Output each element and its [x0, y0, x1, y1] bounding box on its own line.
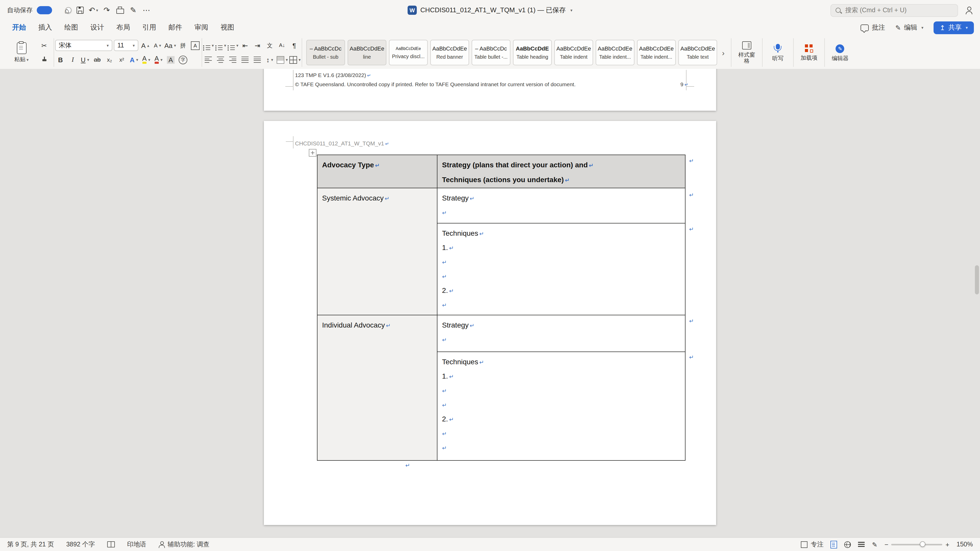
quick-draw-icon[interactable]: ✎: [127, 3, 140, 17]
web-layout-view-button[interactable]: [845, 541, 851, 548]
table-move-handle-icon[interactable]: [309, 149, 317, 157]
enclose-character-button[interactable]: 字: [178, 54, 188, 65]
page-previous[interactable]: 123 TMP E V1.6 (23/08/2022)↵ © TAFE Quee…: [264, 69, 716, 111]
font-name-combo[interactable]: 宋体▾: [55, 40, 112, 51]
accessibility-status[interactable]: 辅助功能: 调查: [159, 540, 210, 549]
tab-layout[interactable]: 布局: [110, 21, 136, 35]
decrease-indent-button[interactable]: ⇤: [240, 40, 251, 51]
page-header-text[interactable]: CHCDIS011_012_AT1_W_TQM_v1↵: [295, 140, 389, 146]
tab-home[interactable]: 开始: [6, 21, 32, 35]
vertical-scrollbar[interactable]: [974, 69, 979, 537]
page-current[interactable]: CHCDIS011_012_AT1_W_TQM_v1↵ Advocacy Typ…: [264, 121, 716, 525]
borders-button[interactable]: ▾: [290, 54, 301, 65]
undo-icon[interactable]: ↶▾: [87, 3, 100, 17]
word-count-status[interactable]: 3892 个字: [66, 540, 95, 549]
superscript-button[interactable]: x²: [116, 54, 127, 65]
style-card-table-heading[interactable]: AaBbCcDdETable heading: [513, 40, 552, 65]
cell-systemic-advocacy[interactable]: Systemic Advocacy↵: [318, 188, 438, 315]
table-header-advocacy-type[interactable]: Advocacy Type↵: [318, 155, 438, 188]
title-chevron-icon[interactable]: ▾: [570, 8, 573, 13]
multilevel-list-button[interactable]: ▾: [228, 40, 239, 51]
cell-individual-strategy[interactable]: Strategy↵ ↵: [438, 315, 685, 352]
footer-copyright-line[interactable]: © TAFE Queensland. Uncontrolled copy if …: [295, 81, 576, 87]
tab-insert[interactable]: 插入: [32, 21, 58, 35]
zoom-in-button[interactable]: +: [945, 540, 950, 548]
zoom-slider[interactable]: [891, 544, 942, 545]
paste-button[interactable]: 粘贴▾: [7, 41, 36, 64]
language-status[interactable]: 印地语: [127, 540, 146, 549]
home-icon[interactable]: ⌂: [60, 3, 73, 17]
search-input[interactable]: [844, 6, 953, 14]
addins-button[interactable]: 加载项: [795, 36, 823, 69]
justify-button[interactable]: [240, 54, 251, 65]
zoom-slider-knob[interactable]: [920, 541, 926, 547]
print-layout-view-button[interactable]: [831, 540, 837, 548]
style-card-table-indent-1[interactable]: AaBbCcDdEeTable indent: [554, 40, 593, 65]
style-card-table-bullet[interactable]: – AaBbCcDcTable bullet -...: [472, 40, 511, 65]
highlight-color-button[interactable]: A▾: [141, 54, 151, 65]
document-canvas[interactable]: 123 TMP E V1.6 (23/08/2022)↵ © TAFE Quee…: [0, 69, 980, 537]
font-color-button[interactable]: A▾: [153, 54, 164, 65]
align-center-button[interactable]: [215, 54, 226, 65]
footer-page-number[interactable]: 9↵: [680, 81, 688, 87]
sort-button[interactable]: A↓: [277, 40, 287, 51]
tab-references[interactable]: 引用: [136, 21, 162, 35]
shrink-font-button[interactable]: A▾: [152, 40, 163, 51]
style-card-privacy-disclaimer[interactable]: AaBbCcDdEePrivacy discl...: [389, 40, 428, 65]
style-card-bullet-sub[interactable]: – AaBbCcDcBullet - sub: [306, 40, 345, 65]
tab-mailings[interactable]: 邮件: [162, 21, 188, 35]
search-box[interactable]: [830, 4, 958, 17]
zoom-level[interactable]: 150%: [956, 541, 973, 548]
character-border-button[interactable]: A: [190, 40, 200, 51]
cut-button[interactable]: ✂: [39, 40, 49, 51]
tab-review[interactable]: 审阅: [188, 21, 215, 35]
account-icon[interactable]: [965, 6, 973, 14]
style-card-table-indent-3[interactable]: AaBbCcDdEeTable indent...: [637, 40, 676, 65]
bold-button[interactable]: B: [55, 54, 66, 65]
numbering-button[interactable]: ▾: [215, 40, 226, 51]
show-marks-button[interactable]: ¶: [289, 40, 300, 51]
font-size-combo[interactable]: 11▾: [114, 40, 138, 51]
autosave-toggle[interactable]: [37, 6, 52, 14]
undo-chevron-icon[interactable]: ▾: [96, 8, 98, 13]
zoom-out-button[interactable]: −: [885, 540, 888, 548]
cell-systemic-techniques[interactable]: Techniques↵ 1.↵ ↵ ↵ 2.↵ ↵: [438, 224, 685, 315]
page-number-status[interactable]: 第 9 页, 共 21 页: [7, 540, 54, 549]
comments-button[interactable]: 批注: [861, 23, 885, 32]
grow-font-button[interactable]: A▴: [140, 40, 151, 51]
italic-button[interactable]: I: [67, 54, 78, 65]
styles-gallery-more-icon[interactable]: ›: [720, 40, 727, 65]
align-left-button[interactable]: [203, 54, 214, 65]
draft-view-button[interactable]: [858, 542, 865, 547]
character-shading-button[interactable]: A: [165, 54, 176, 65]
tab-design[interactable]: 设计: [84, 21, 110, 35]
share-button[interactable]: ↥共享▾: [934, 21, 974, 34]
style-card-table-text[interactable]: AaBbCcDdEeTable text: [678, 40, 717, 65]
increase-indent-button[interactable]: ⇥: [252, 40, 263, 51]
editing-mode-button[interactable]: ✎编辑▾: [895, 23, 923, 32]
document-title-area[interactable]: W CHCDIS011_012_AT1_W_TQM_v1 (1) — 已保存 ▾: [407, 0, 573, 21]
ink-view-button[interactable]: ✎: [872, 540, 877, 548]
cell-systemic-strategy[interactable]: Strategy↵ ↵: [438, 188, 685, 224]
distribute-button[interactable]: [252, 54, 263, 65]
shading-button[interactable]: ▾: [277, 54, 288, 65]
scrollbar-thumb[interactable]: [975, 265, 979, 294]
table-header-strategy-techniques[interactable]: Strategy (plans that direct your action)…: [438, 155, 685, 188]
advocacy-table[interactable]: Advocacy Type↵ Strategy (plans that dire…: [317, 155, 686, 461]
style-card-red-banner[interactable]: AaBbCcDdEeRed banner: [430, 40, 469, 65]
dictate-button[interactable]: 听写: [764, 36, 792, 69]
footer-version-line[interactable]: 123 TMP E V1.6 (23/08/2022)↵: [295, 72, 371, 78]
tab-draw[interactable]: 绘图: [58, 21, 84, 35]
spellcheck-status[interactable]: [107, 541, 115, 548]
cell-individual-advocacy[interactable]: Individual Advocacy↵: [318, 315, 438, 460]
editor-button[interactable]: ✎ 编辑器: [826, 36, 854, 69]
change-case-button[interactable]: Aa▾: [164, 40, 176, 51]
redo-icon[interactable]: ↷: [100, 3, 113, 17]
style-card-line[interactable]: AaBbCcDdEeline: [348, 40, 387, 65]
style-card-table-indent-2[interactable]: AaBbCcDdEeTable indent...: [596, 40, 635, 65]
cell-individual-techniques[interactable]: Techniques↵ 1.↵ ↵ ↵ 2.↵ ↵ ↵: [438, 352, 685, 460]
subscript-button[interactable]: x₂: [104, 54, 115, 65]
bullets-button[interactable]: ▾: [203, 40, 214, 51]
align-right-button[interactable]: [228, 54, 239, 65]
styles-pane-button[interactable]: 样式窗格: [732, 36, 761, 69]
